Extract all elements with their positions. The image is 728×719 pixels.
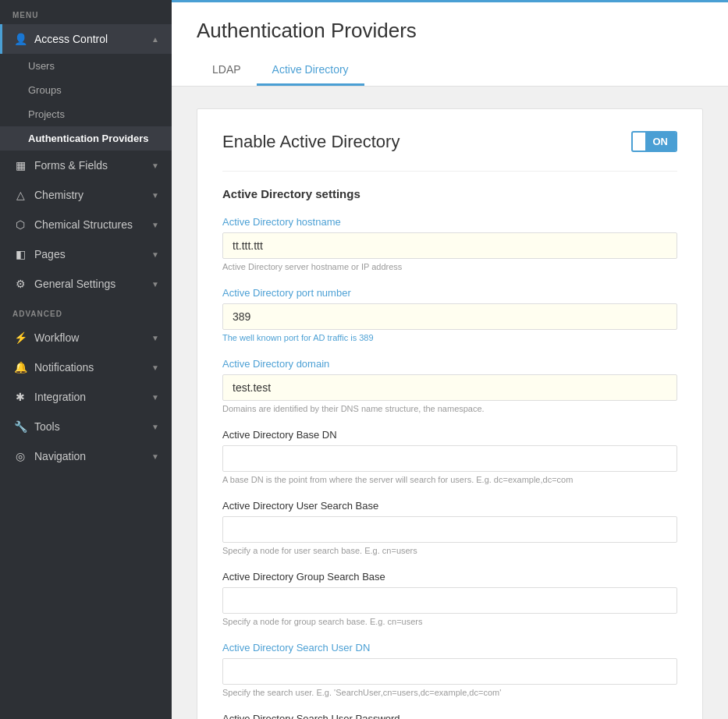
top-progress-bar <box>172 0 728 2</box>
field-user-search-base-label: Active Directory User Search Base <box>222 500 677 512</box>
integration-icon: ✱ <box>12 389 28 405</box>
sidebar-item-label: Navigation <box>34 450 86 462</box>
field-group-search-base-label: Active Directory Group Search Base <box>222 571 677 583</box>
field-user-search-base: Active Directory User Search Base Specif… <box>222 500 677 555</box>
field-base-dn: Active Directory Base DN A base DN is th… <box>222 429 677 484</box>
field-search-user-dn-label: Active Directory Search User DN <box>222 642 677 653</box>
sidebar-sub-auth-providers[interactable]: Authentication Providers <box>0 126 172 151</box>
tab-bar: LDAP Active Directory <box>197 55 703 86</box>
field-hostname-label: Active Directory hostname <box>222 216 677 228</box>
field-base-dn-input[interactable] <box>222 445 677 472</box>
sidebar-item-label: Access Control <box>34 33 108 45</box>
chevron-icon: ▼ <box>151 334 159 342</box>
field-search-user-password-label: Active Directory Search User Password <box>222 713 677 719</box>
sidebar-item-label: Workflow <box>34 331 79 344</box>
content-area: Enable Active Directory ON Active Direct… <box>172 87 728 719</box>
sidebar-sub-projects[interactable]: Projects <box>0 102 172 126</box>
chevron-icon: ▼ <box>151 452 159 461</box>
chevron-icon: ▼ <box>151 423 159 431</box>
divider <box>222 171 677 172</box>
enable-toggle[interactable]: ON <box>631 131 678 152</box>
field-hostname-hint: Active Directory server hostname or IP a… <box>222 262 677 271</box>
field-hostname-input[interactable] <box>222 232 677 259</box>
sidebar-item-label: Forms & Fields <box>34 159 108 172</box>
field-search-user-dn-input[interactable] <box>222 658 677 685</box>
main-header: Authentication Providers LDAP Active Dir… <box>172 0 728 87</box>
enable-title: Enable Active Directory <box>222 132 400 152</box>
field-port: Active Directory port number The well kn… <box>222 287 677 342</box>
field-base-dn-label: Active Directory Base DN <box>222 429 677 441</box>
field-user-search-base-hint: Specify a node for user search base. E.g… <box>222 546 677 555</box>
advanced-label: ADVANCED <box>0 299 172 323</box>
access-control-icon: 👤 <box>12 31 28 47</box>
sidebar-item-access-control[interactable]: 👤 Access Control ▲ <box>0 24 172 54</box>
chevron-icon: ▼ <box>151 250 159 259</box>
sidebar: MENU 👤 Access Control ▲ Users Groups Pro… <box>0 0 172 719</box>
chevron-icon: ▲ <box>151 35 159 44</box>
sidebar-item-label: Integration <box>34 391 86 403</box>
menu-label: MENU <box>0 0 172 24</box>
field-search-user-dn-hint: Specify the search user. E.g. 'SearchUse… <box>222 688 677 697</box>
general-settings-icon: ⚙ <box>12 276 28 292</box>
workflow-icon: ⚡ <box>12 330 28 345</box>
chemical-structures-icon: ⬡ <box>12 217 28 232</box>
sidebar-item-pages[interactable]: ◧ Pages ▼ <box>0 239 172 269</box>
field-port-input[interactable] <box>222 303 677 330</box>
field-port-label: Active Directory port number <box>222 287 677 299</box>
chevron-icon: ▼ <box>151 161 159 170</box>
sidebar-item-label: Chemical Structures <box>34 218 133 231</box>
field-group-search-base: Active Directory Group Search Base Speci… <box>222 571 677 626</box>
chemistry-icon: △ <box>12 187 28 203</box>
tools-icon: 🔧 <box>12 419 28 434</box>
field-port-hint: The well known port for AD traffic is 38… <box>222 333 677 342</box>
tab-active-directory[interactable]: Active Directory <box>257 55 364 86</box>
sidebar-item-chemical-structures[interactable]: ⬡ Chemical Structures ▼ <box>0 210 172 239</box>
tab-ldap[interactable]: LDAP <box>197 55 257 86</box>
notifications-icon: 🔔 <box>12 360 28 375</box>
sidebar-item-label: Pages <box>34 248 66 260</box>
sidebar-sub-users[interactable]: Users <box>0 54 172 78</box>
chevron-icon: ▼ <box>151 280 159 289</box>
settings-card: Enable Active Directory ON Active Direct… <box>197 108 703 719</box>
field-search-user-dn: Active Directory Search User DN Specify … <box>222 642 677 697</box>
field-base-dn-hint: A base DN is the point from where the se… <box>222 475 677 484</box>
field-hostname: Active Directory hostname Active Directo… <box>222 216 677 271</box>
sidebar-item-chemistry[interactable]: △ Chemistry ▼ <box>0 180 172 210</box>
sidebar-item-label: Chemistry <box>34 189 83 201</box>
sidebar-item-navigation[interactable]: ◎ Navigation ▼ <box>0 441 172 471</box>
field-search-user-password: Active Directory Search User Password Se… <box>222 713 677 719</box>
sidebar-item-workflow[interactable]: ⚡ Workflow ▼ <box>0 323 172 352</box>
chevron-icon: ▼ <box>151 221 159 229</box>
field-domain-input[interactable] <box>222 374 677 401</box>
forms-fields-icon: ▦ <box>12 158 28 173</box>
enable-row: Enable Active Directory ON <box>222 131 677 152</box>
field-domain-label: Active Directory domain <box>222 358 677 370</box>
page-title: Authentication Providers <box>197 19 703 43</box>
toggle-off-label <box>633 139 645 145</box>
chevron-icon: ▼ <box>151 393 159 402</box>
sidebar-item-label: Tools <box>34 420 60 433</box>
field-domain-hint: Domains are identified by their DNS name… <box>222 404 677 413</box>
sidebar-item-tools[interactable]: 🔧 Tools ▼ <box>0 412 172 441</box>
sidebar-item-integration[interactable]: ✱ Integration ▼ <box>0 382 172 412</box>
navigation-icon: ◎ <box>12 448 28 464</box>
main-content: Authentication Providers LDAP Active Dir… <box>172 0 728 719</box>
settings-title: Active Directory settings <box>222 187 677 200</box>
sidebar-item-label: Notifications <box>34 361 94 374</box>
sidebar-sub-groups[interactable]: Groups <box>0 78 172 102</box>
field-group-search-base-hint: Specify a node for group search base. E.… <box>222 617 677 626</box>
toggle-on-label: ON <box>645 133 677 151</box>
chevron-icon: ▼ <box>151 363 159 372</box>
field-domain: Active Directory domain Domains are iden… <box>222 358 677 413</box>
chevron-icon: ▼ <box>151 191 159 200</box>
sidebar-item-notifications[interactable]: 🔔 Notifications ▼ <box>0 352 172 382</box>
sidebar-item-forms-fields[interactable]: ▦ Forms & Fields ▼ <box>0 151 172 180</box>
pages-icon: ◧ <box>12 246 28 262</box>
field-group-search-base-input[interactable] <box>222 587 677 614</box>
sidebar-item-label: General Settings <box>34 278 115 290</box>
field-user-search-base-input[interactable] <box>222 516 677 543</box>
sidebar-item-general-settings[interactable]: ⚙ General Settings ▼ <box>0 269 172 299</box>
